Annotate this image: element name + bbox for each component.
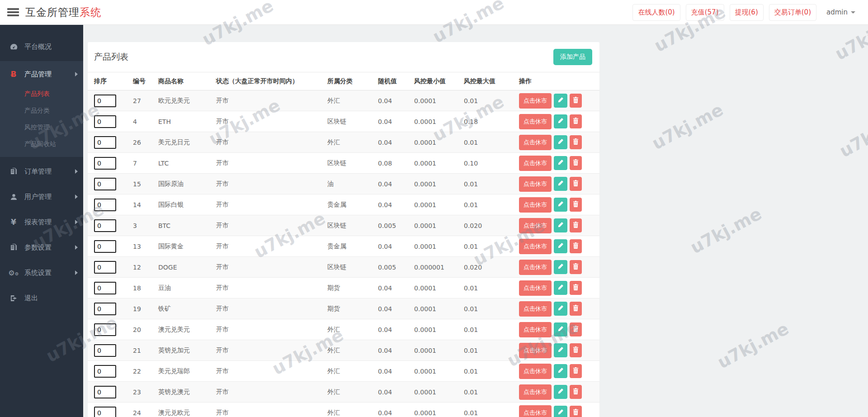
chevron-right-icon (75, 169, 78, 174)
sidebar-subitem[interactable]: 风控管理 (0, 119, 83, 136)
risk-max-cell: 0.01 (462, 90, 517, 111)
close-market-button[interactable]: 点击休市 (519, 322, 552, 337)
close-market-button[interactable]: 点击休市 (519, 280, 552, 296)
delete-button[interactable] (570, 302, 582, 316)
edit-button[interactable] (554, 260, 567, 274)
close-market-button[interactable]: 点击休市 (519, 343, 552, 358)
risk-max-cell: 0.01 (462, 403, 517, 417)
edit-button[interactable] (554, 364, 567, 378)
sidebar-item-gears[interactable]: ⚙⚙ 系统设置 (0, 260, 83, 285)
delete-button[interactable] (570, 239, 582, 253)
edit-button[interactable] (554, 156, 567, 170)
delete-button[interactable] (570, 364, 582, 378)
pencil-icon (557, 97, 564, 104)
header-stat-link[interactable]: 提现(6) (730, 4, 764, 21)
close-market-button[interactable]: 点击休市 (519, 239, 552, 254)
sidebar-subitem[interactable]: 产品分类 (0, 102, 83, 119)
close-market-button[interactable]: 点击休市 (519, 156, 552, 171)
sort-order-input[interactable] (94, 365, 116, 378)
edit-button[interactable] (554, 302, 567, 316)
delete-button[interactable] (570, 135, 582, 149)
delete-button[interactable] (570, 177, 582, 191)
pencil-icon (557, 409, 564, 417)
delete-button[interactable] (570, 94, 582, 108)
close-market-button[interactable]: 点击休市 (519, 384, 552, 400)
risk-max-cell: 0.01 (462, 174, 517, 194)
sidebar-item-bitcoin[interactable]: Ƀ 产品管理 (0, 63, 83, 85)
delete-button[interactable] (570, 385, 582, 399)
sort-order-input[interactable] (94, 344, 116, 357)
product-category-cell: 区块链 (326, 215, 376, 236)
delete-button[interactable] (570, 281, 582, 295)
edit-button[interactable] (554, 198, 567, 212)
product-status-cell: 开市 (214, 319, 326, 340)
sort-order-input[interactable] (94, 386, 116, 398)
product-name-cell: 豆油 (156, 278, 214, 299)
edit-button[interactable] (554, 135, 567, 149)
sort-order-input[interactable] (94, 115, 116, 128)
delete-button[interactable] (570, 260, 582, 274)
header-stat-link[interactable]: 交易订单(0) (769, 4, 816, 21)
sidebar-subitem[interactable]: 产品回收站 (0, 136, 83, 152)
sort-order-input[interactable] (94, 219, 116, 232)
sidebar-item-files[interactable]: 参数设置 (0, 235, 83, 260)
sidebar-item-user[interactable]: 用户管理 (0, 184, 83, 209)
sort-order-input[interactable] (94, 261, 116, 274)
delete-button[interactable] (570, 198, 582, 212)
delete-button[interactable] (570, 218, 582, 232)
close-market-button[interactable]: 点击休市 (519, 93, 552, 109)
delete-button[interactable] (570, 114, 582, 128)
sidebar-item-yen[interactable]: ¥ 报表管理 (0, 209, 83, 235)
delete-button[interactable] (570, 156, 582, 170)
delete-button[interactable] (570, 406, 582, 417)
sidebar-item-gauge[interactable]: 平台概况 (0, 34, 83, 59)
table-row: 19 铁矿 开市 期货 0.04 0.0001 0.01 点击休市 (88, 299, 599, 319)
close-market-button[interactable]: 点击休市 (519, 301, 552, 317)
close-market-button[interactable]: 点击休市 (519, 364, 552, 379)
close-market-button[interactable]: 点击休市 (519, 218, 552, 233)
sort-order-input[interactable] (94, 323, 116, 336)
sidebar-item-files[interactable]: 订单管理 (0, 159, 83, 184)
close-market-button[interactable]: 点击休市 (519, 176, 552, 192)
edit-button[interactable] (554, 343, 567, 357)
sort-order-input[interactable] (94, 199, 116, 211)
sort-order-input[interactable] (94, 178, 116, 190)
sort-order-input[interactable] (94, 303, 116, 315)
close-market-button[interactable]: 点击休市 (519, 197, 552, 213)
random-value-cell: 0.04 (376, 299, 412, 319)
edit-button[interactable] (554, 218, 567, 232)
random-value-cell: 0.04 (376, 194, 412, 215)
menu-toggle-icon[interactable] (7, 8, 19, 16)
column-header: 编号 (131, 72, 156, 90)
sidebar-subitem[interactable]: 产品列表 (0, 85, 83, 102)
close-market-button[interactable]: 点击休市 (519, 405, 552, 417)
edit-button[interactable] (554, 406, 567, 417)
product-name-cell: 国际原油 (156, 174, 214, 194)
edit-button[interactable] (554, 281, 567, 295)
delete-button[interactable] (570, 322, 582, 336)
edit-button[interactable] (554, 94, 567, 108)
sort-order-input[interactable] (94, 136, 116, 149)
admin-dropdown[interactable]: admin (822, 5, 860, 20)
sort-order-input[interactable] (94, 282, 116, 294)
header-stat-link[interactable]: 在线人数(0) (632, 4, 680, 21)
sort-order-input[interactable] (94, 407, 116, 417)
sort-order-input[interactable] (94, 240, 116, 253)
edit-button[interactable] (554, 322, 567, 336)
add-product-button[interactable]: 添加产品 (553, 49, 592, 65)
edit-button[interactable] (554, 177, 567, 191)
sort-order-input[interactable] (94, 95, 116, 107)
sort-order-input[interactable] (94, 157, 116, 170)
close-market-button[interactable]: 点击休市 (519, 135, 552, 150)
delete-button[interactable] (570, 343, 582, 357)
header-stat-link[interactable]: 充值(57) (686, 4, 724, 21)
risk-min-cell: 0.0001 (412, 340, 462, 361)
edit-button[interactable] (554, 385, 567, 399)
close-market-button[interactable]: 点击休市 (519, 114, 552, 129)
edit-button[interactable] (554, 239, 567, 253)
edit-button[interactable] (554, 114, 567, 128)
chevron-right-icon (75, 194, 78, 199)
sidebar-item-logout[interactable]: 退出 (0, 285, 83, 311)
risk-min-cell: 0.0001 (412, 236, 462, 257)
close-market-button[interactable]: 点击休市 (519, 260, 552, 275)
